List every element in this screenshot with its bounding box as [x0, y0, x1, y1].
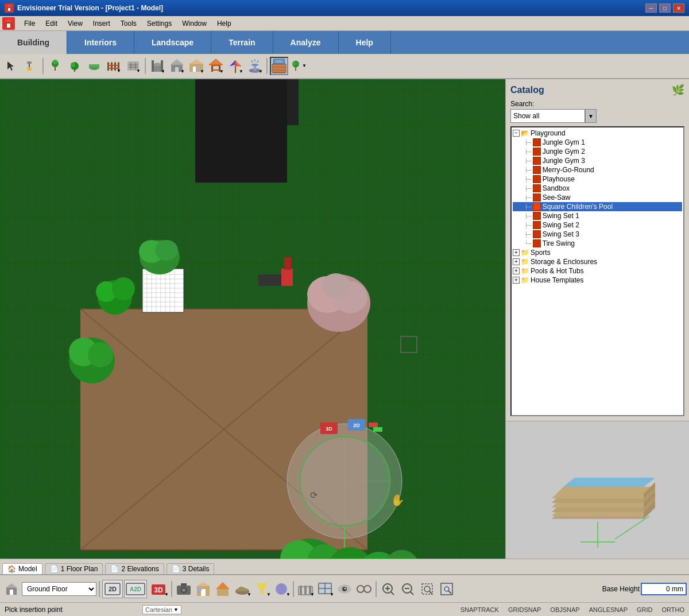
tab-details[interactable]: 📄 3 Details: [167, 563, 215, 574]
tree-folder-house-templates[interactable]: + 📁 House Templates: [513, 276, 682, 285]
gazebo-tool[interactable]: ▼: [207, 57, 225, 75]
ground-tool[interactable]: [85, 57, 103, 75]
umbrella-tool[interactable]: ▼: [226, 57, 245, 75]
building-tool[interactable]: ▼: [168, 57, 186, 75]
tab-terrain[interactable]: Terrain: [211, 31, 273, 54]
tree-item-sandbox[interactable]: ├─ Sandbox: [513, 184, 682, 193]
floor-selector[interactable]: Ground Floor First Floor Roof: [22, 582, 96, 596]
bottom-sep-2: [171, 581, 172, 597]
tree-item-swing-2[interactable]: ├─ Swing Set 2: [513, 220, 682, 230]
structure-tool[interactable]: ▼: [187, 57, 206, 75]
view-2d-button[interactable]: 2D: [102, 580, 123, 598]
house-plan-tool[interactable]: [194, 580, 212, 598]
render-tool[interactable]: ▼: [272, 580, 291, 598]
fountain-tool[interactable]: ▼: [246, 57, 264, 75]
expand-storage[interactable]: +: [513, 258, 520, 265]
paint-tool[interactable]: [22, 57, 40, 75]
select-tool[interactable]: [2, 57, 21, 75]
svg-rect-58: [272, 68, 286, 69]
roof-tool[interactable]: [214, 580, 232, 598]
glasses-tool[interactable]: [355, 580, 373, 598]
terrain-tool[interactable]: ▼: [233, 580, 251, 598]
zoom-fit-button[interactable]: [438, 580, 456, 598]
menu-help[interactable]: Help: [212, 18, 236, 29]
path-tool[interactable]: ▼: [124, 57, 142, 75]
arch-tool[interactable]: ▼: [148, 57, 167, 75]
menu-tools[interactable]: Tools: [116, 18, 141, 29]
tab-model[interactable]: 🏠 Model: [2, 563, 42, 574]
tree-folder-sports[interactable]: + 📁 Sports: [513, 248, 682, 257]
title-bar-left: Envisioneer Trial Version - [Project1 - …: [5, 3, 163, 13]
main-area: 3D 2D ✋ ⟳: [0, 79, 689, 559]
item-label-scp: Square Children's Pool: [543, 203, 613, 211]
menu-window[interactable]: Window: [177, 18, 211, 29]
close-button[interactable]: ✕: [673, 3, 684, 13]
restore-button[interactable]: □: [659, 3, 671, 13]
menu-edit[interactable]: Edit: [41, 18, 62, 29]
details-tab-label: 3 Details: [183, 565, 210, 573]
tab-landscape[interactable]: Landscape: [134, 31, 211, 54]
dropdown-arrow[interactable]: ▼: [585, 109, 597, 123]
title-bar-controls: ─ □ ✕: [645, 3, 684, 13]
tab-floor-plan[interactable]: 📄 1 Floor Plan: [45, 563, 103, 574]
coordinate-display[interactable]: Cartesian ▼: [142, 605, 181, 614]
svg-marker-27: [118, 61, 120, 64]
expand-pools[interactable]: +: [513, 268, 520, 274]
tree-item-jungle-gym-3[interactable]: ├─ Jungle Gym 3: [513, 156, 682, 165]
status-grid: GRID: [637, 606, 653, 613]
filter-tool[interactable]: ▼: [253, 580, 271, 598]
tab-elevations[interactable]: 📄 2 Elevations: [105, 563, 164, 574]
view-3d-button[interactable]: 3D ▼: [148, 580, 169, 598]
tab-analyze[interactable]: Analyze: [273, 31, 339, 54]
item-icon-ss: [533, 193, 541, 202]
minimize-button[interactable]: ─: [645, 3, 657, 13]
tree-item-merry-go-round[interactable]: ├─ Merry-Go-Round: [513, 165, 682, 175]
fence-tool[interactable]: ▼: [104, 57, 123, 75]
window-tool[interactable]: ▼: [316, 580, 334, 598]
collapse-playground[interactable]: −: [513, 130, 520, 137]
menu-insert[interactable]: Insert: [88, 18, 115, 29]
tree-catalog-tool[interactable]: ▼: [289, 57, 308, 75]
folder-pools-icon: 📁: [521, 267, 529, 275]
menu-file[interactable]: File: [20, 18, 40, 29]
tree-item-jungle-gym-2[interactable]: ├─ Jungle Gym 2: [513, 147, 682, 156]
tree-item-swing-3[interactable]: ├─ Swing Set 3: [513, 230, 682, 239]
fence-bottom-tool[interactable]: ▼: [296, 580, 315, 598]
tree-folder-pools[interactable]: + 📁 Pools & Hot Tubs: [513, 266, 682, 276]
tree-item-jungle-gym-1[interactable]: ├─ Jungle Gym 1: [513, 138, 682, 147]
catalog-tool-active[interactable]: [270, 57, 288, 75]
tree-item-square-pool[interactable]: ├─ Square Children's Pool: [513, 202, 682, 211]
view-a2d-button[interactable]: A2D: [124, 580, 147, 598]
search-select[interactable]: Show all: [510, 109, 585, 123]
svg-rect-7: [27, 61, 32, 64]
tree-item-playhouse[interactable]: ├─ Playhouse: [513, 175, 682, 184]
shrub-tool[interactable]: [65, 57, 84, 75]
menu-settings[interactable]: Settings: [142, 18, 176, 29]
canvas-area[interactable]: 3D 2D ✋ ⟳: [0, 79, 505, 559]
tree-item-tire-swing[interactable]: └─ Tire Swing: [513, 239, 682, 248]
svg-text:3D: 3D: [154, 586, 163, 594]
item-label-sb: Sandbox: [543, 184, 570, 192]
expand-sports[interactable]: +: [513, 249, 520, 256]
svg-text:2D: 2D: [353, 423, 360, 428]
svg-marker-1: [6, 5, 13, 7]
base-height-input[interactable]: [641, 583, 687, 595]
tree-item-swing-1[interactable]: ├─ Swing Set 1: [513, 211, 682, 220]
eye-tool[interactable]: [335, 580, 354, 598]
tab-help[interactable]: Help: [339, 31, 391, 54]
tab-interiors[interactable]: Interiors: [67, 31, 134, 54]
camera-tool[interactable]: [175, 580, 193, 598]
tree-folder-storage[interactable]: + 📁 Storage & Enclosures: [513, 257, 682, 266]
catalog-tree[interactable]: − 📂 Playground ├─ Jungle Gym 1 ├─ Jungle…: [510, 126, 684, 416]
zoom-out-button[interactable]: [398, 580, 417, 598]
menu-view[interactable]: View: [63, 18, 87, 29]
tree-folder-playground[interactable]: − 📂 Playground: [513, 129, 682, 138]
svg-point-11: [53, 60, 57, 64]
tree-tool[interactable]: [46, 57, 64, 75]
zoom-in-button[interactable]: [379, 580, 397, 598]
expand-house-templates[interactable]: +: [513, 277, 520, 284]
tree-item-see-saw[interactable]: ├─ See-Saw: [513, 193, 682, 202]
zoom-selection-button[interactable]: [418, 580, 436, 598]
tab-building[interactable]: Building: [0, 31, 67, 54]
status-snaptrack: SNAPTRACK: [460, 606, 499, 613]
